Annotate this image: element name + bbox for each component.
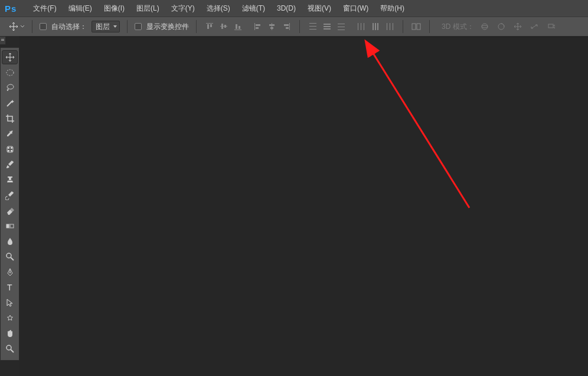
svg-rect-12 xyxy=(272,23,272,30)
svg-rect-41 xyxy=(548,24,553,28)
align-hcenter-icon[interactable] xyxy=(266,21,278,32)
hand-tool[interactable] xyxy=(2,326,18,341)
zoom-tool[interactable] xyxy=(2,342,18,356)
svg-rect-9 xyxy=(254,23,255,30)
marquee-tool[interactable] xyxy=(2,66,18,80)
3d-mode-label: 3D 模式： xyxy=(442,22,474,32)
menu-window[interactable]: 窗口(W) xyxy=(337,0,374,17)
svg-rect-34 xyxy=(390,23,390,30)
3d-slide-icon[interactable] xyxy=(528,21,540,32)
svg-rect-13 xyxy=(269,24,275,26)
align-group-1 xyxy=(204,21,244,32)
dist-bottom-icon[interactable] xyxy=(335,21,347,32)
dist-right-icon[interactable] xyxy=(384,21,396,32)
tools-panel: T xyxy=(0,47,19,361)
shape-tool[interactable] xyxy=(2,311,18,325)
svg-rect-36 xyxy=(412,24,416,30)
healing-brush-tool[interactable] xyxy=(2,142,18,156)
distribute-group-2 xyxy=(355,21,396,32)
brush-tool[interactable] xyxy=(2,158,18,172)
dist-top-icon[interactable] xyxy=(307,21,319,32)
tool-preset-picker[interactable] xyxy=(8,21,25,32)
blur-tool[interactable] xyxy=(2,234,18,249)
auto-select-dropdown[interactable]: 图层 xyxy=(92,21,120,32)
svg-rect-24 xyxy=(338,24,345,24)
menu-layer[interactable]: 图层(L) xyxy=(130,0,165,17)
align-right-icon[interactable] xyxy=(280,21,292,32)
gradient-tool[interactable] xyxy=(2,219,18,233)
3d-orbit-icon[interactable] xyxy=(479,21,491,32)
clone-stamp-tool[interactable] xyxy=(2,173,18,187)
svg-rect-18 xyxy=(309,23,316,24)
auto-select-checkbox[interactable] xyxy=(40,23,47,30)
menu-3d[interactable]: 3D(D) xyxy=(271,0,302,17)
svg-rect-37 xyxy=(417,24,420,30)
auto-select-label: 自动选择： xyxy=(51,22,87,32)
menu-edit[interactable]: 编辑(E) xyxy=(63,0,98,17)
svg-rect-35 xyxy=(393,23,393,30)
path-selection-tool[interactable] xyxy=(2,296,18,310)
align-left-icon[interactable] xyxy=(252,21,264,32)
svg-rect-29 xyxy=(364,23,364,30)
separator xyxy=(196,20,197,33)
menu-bar: Ps 文件(F) 编辑(E) 图像(I) 图层(L) 文字(Y) 选择(S) 滤… xyxy=(0,0,588,17)
3d-roll-icon[interactable] xyxy=(495,21,507,32)
svg-rect-8 xyxy=(239,26,240,29)
svg-rect-1 xyxy=(207,24,209,29)
options-bar: 自动选择： 图层 显示变换控件 3D 模式： xyxy=(0,17,588,37)
align-group-2 xyxy=(252,21,292,32)
svg-point-39 xyxy=(482,25,488,28)
menu-image[interactable]: 图像(I) xyxy=(98,0,130,17)
3d-zoom-icon[interactable] xyxy=(545,21,557,32)
show-transform-label: 显示变换控件 xyxy=(146,22,189,32)
svg-rect-26 xyxy=(338,30,345,30)
dodge-tool[interactable] xyxy=(2,250,18,264)
svg-rect-31 xyxy=(375,23,376,30)
align-top-icon[interactable] xyxy=(204,21,215,32)
eraser-tool[interactable] xyxy=(2,204,18,218)
dist-hcenter-icon[interactable] xyxy=(370,21,381,32)
crop-tool[interactable] xyxy=(2,112,18,126)
separator xyxy=(32,20,32,33)
menu-select[interactable]: 选择(S) xyxy=(201,0,236,17)
chevron-down-icon xyxy=(20,24,25,29)
lasso-tool[interactable] xyxy=(2,81,18,95)
svg-rect-0 xyxy=(206,23,213,24)
separator xyxy=(299,20,300,33)
3d-pan-icon[interactable] xyxy=(512,21,524,32)
svg-rect-46 xyxy=(8,150,9,152)
svg-rect-28 xyxy=(361,23,361,30)
workspace-canvas[interactable] xyxy=(19,37,588,376)
svg-rect-2 xyxy=(210,24,212,27)
separator xyxy=(127,20,128,33)
svg-rect-33 xyxy=(387,23,387,30)
svg-rect-22 xyxy=(324,26,331,27)
svg-point-56 xyxy=(6,345,11,350)
dist-left-icon[interactable] xyxy=(355,21,367,32)
svg-rect-4 xyxy=(221,24,223,29)
type-tool[interactable]: T xyxy=(2,280,18,295)
menu-filter[interactable]: 滤镜(T) xyxy=(236,0,271,17)
eyedropper-tool[interactable] xyxy=(2,127,18,141)
svg-rect-16 xyxy=(284,24,289,26)
align-vcenter-icon[interactable] xyxy=(218,21,230,32)
align-bottom-icon[interactable] xyxy=(232,21,244,32)
move-tool[interactable] xyxy=(2,50,18,64)
pen-tool[interactable] xyxy=(2,265,18,279)
svg-rect-6 xyxy=(234,30,241,30)
svg-rect-7 xyxy=(236,24,237,29)
svg-rect-14 xyxy=(270,27,273,29)
history-brush-tool[interactable] xyxy=(2,188,18,202)
svg-rect-21 xyxy=(324,24,331,25)
menu-help[interactable]: 帮助(H) xyxy=(374,0,410,17)
move-icon xyxy=(8,21,19,32)
dist-vcenter-icon[interactable] xyxy=(321,21,333,32)
auto-align-icon[interactable] xyxy=(410,21,422,32)
show-transform-checkbox[interactable] xyxy=(135,23,142,30)
magic-wand-tool[interactable] xyxy=(2,96,18,110)
menu-type[interactable]: 文字(Y) xyxy=(165,0,201,17)
menu-file[interactable]: 文件(F) xyxy=(27,0,62,17)
menu-view[interactable]: 视图(V) xyxy=(302,0,337,17)
svg-rect-44 xyxy=(8,147,9,149)
collapsed-panel-handle[interactable] xyxy=(0,37,6,45)
